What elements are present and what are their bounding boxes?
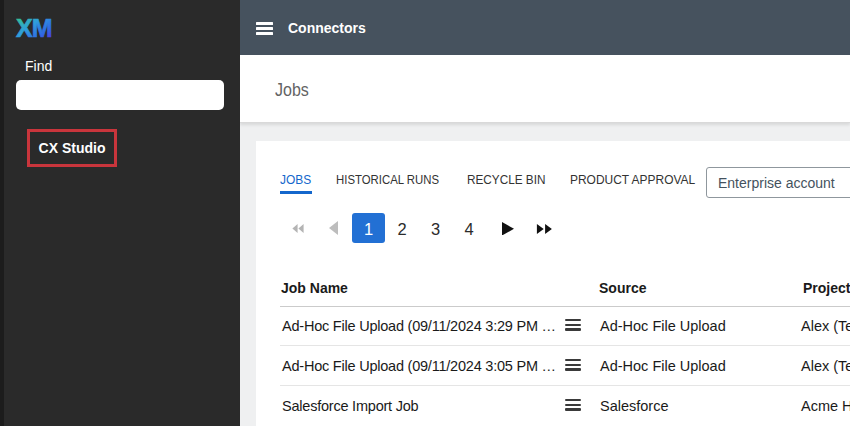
svg-text:XM: XM — [16, 14, 52, 42]
